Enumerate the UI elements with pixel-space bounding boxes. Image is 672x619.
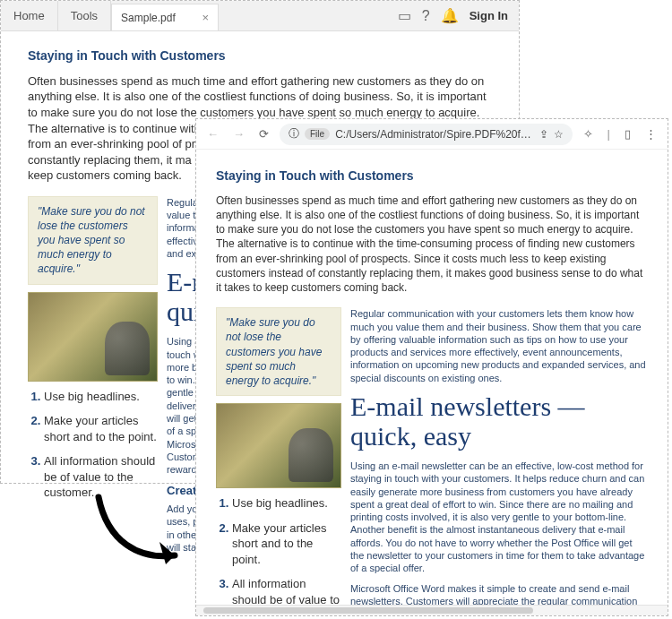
file-tab-label: Sample.pdf	[121, 12, 176, 24]
bell-icon[interactable]: 🔔	[441, 7, 459, 24]
extensions-icon[interactable]: ✧	[580, 125, 597, 143]
tips-list: Use big headlines. Make your articles sh…	[28, 389, 158, 501]
pull-quote: "Make sure you do not lose the customers…	[28, 196, 158, 285]
browser-window: ← → ⟳ ⓘ File C:/Users/Administrator/Spir…	[195, 118, 668, 616]
tips-list: Use big headlines. Make your articles sh…	[216, 495, 341, 605]
article-image	[216, 403, 341, 488]
browser-toolbar: ← → ⟳ ⓘ File C:/Users/Administrator/Spir…	[196, 119, 668, 150]
browser-document-view: Staying in Touch with Customers Often bu…	[196, 150, 668, 605]
share-icon[interactable]: ⇪	[539, 128, 548, 141]
info-icon: ⓘ	[289, 126, 299, 142]
email-para: Using an e-mail newsletter can be an eff…	[350, 460, 648, 575]
star-icon[interactable]: ☆	[554, 128, 564, 141]
email-heading: E-mail newsletters — quick, easy	[350, 391, 648, 451]
reader-icon[interactable]: ▯	[621, 125, 634, 143]
doc-heading: Staying in Touch with Customers	[216, 168, 648, 185]
pull-quote: "Make sure you do not lose the customers…	[216, 307, 341, 396]
chat-icon[interactable]: ▭	[398, 7, 411, 24]
article-image	[28, 292, 158, 382]
menu-icon[interactable]: ⋮	[642, 125, 660, 143]
tip-item: All information should be of value to th…	[44, 454, 155, 499]
reg-comm-para: Regular communication with your customer…	[350, 307, 648, 384]
forward-icon[interactable]: →	[229, 125, 248, 143]
word-para: Microsoft Office Word makes it simple to…	[350, 582, 648, 605]
scheme-pill: File	[305, 128, 330, 140]
pdf-toolbar: Home Tools Sample.pdf × ▭ ? 🔔 Sign In	[1, 1, 519, 31]
tip-item: Make your articles short and to the poin…	[44, 414, 157, 443]
home-tab[interactable]: Home	[1, 1, 58, 30]
address-text: C:/Users/Administrator/Spire.PDF%20for%2…	[335, 128, 533, 141]
back-icon[interactable]: ←	[203, 125, 222, 143]
tools-tab[interactable]: Tools	[58, 1, 111, 30]
intro-paragraph: Often businesses spend as much time and …	[216, 193, 648, 295]
reload-icon[interactable]: ⟳	[255, 125, 272, 143]
doc-heading: Staying in Touch with Customers	[28, 47, 492, 64]
tip-item: All information should be of value to th…	[232, 577, 340, 605]
horizontal-scrollbar[interactable]	[196, 605, 668, 615]
address-bar[interactable]: ⓘ File C:/Users/Administrator/Spire.PDF%…	[280, 124, 573, 145]
file-tab[interactable]: Sample.pdf ×	[111, 4, 219, 30]
tip-item: Use big headlines.	[44, 390, 140, 403]
tip-item: Use big headlines.	[232, 496, 328, 510]
help-icon[interactable]: ?	[422, 8, 430, 24]
tip-item: Make your articles short and to the poin…	[232, 521, 326, 566]
close-icon[interactable]: ×	[202, 11, 209, 24]
sign-in-button[interactable]: Sign In	[470, 9, 508, 22]
